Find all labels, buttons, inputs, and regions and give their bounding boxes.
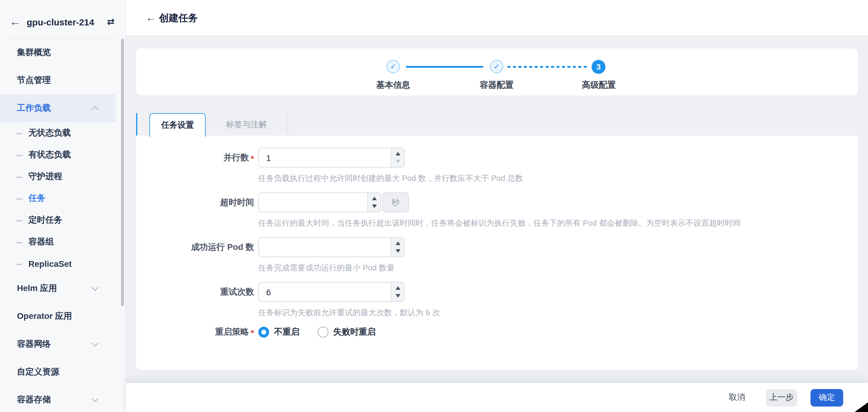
sidebar-item-label: Operator 应用 — [17, 311, 72, 322]
field-help-text: 任务完成需要成功运行的最小 Pod 数量 — [258, 263, 858, 273]
sidebar-item-statefulsets[interactable]: 有状态负载 — [0, 144, 116, 166]
number-stepper[interactable] — [367, 193, 380, 212]
required-asterisk: * — [251, 153, 254, 163]
completions-input-field[interactable] — [259, 238, 404, 257]
unit-addon-seconds: 秒 — [382, 193, 409, 212]
sidebar-item-label: 容器存储 — [17, 394, 51, 405]
back-icon[interactable]: ← — [10, 16, 21, 28]
main-area: ← 创建任务 ✓ ✓ 3 基本信息 容器配置 高级配置 任务设置 标签与注解 — [126, 0, 868, 412]
chevron-down-icon — [92, 395, 99, 402]
switch-cluster-icon[interactable]: ⇄ — [107, 16, 115, 27]
sidebar-item-cronjobs[interactable]: 定时任务 — [0, 209, 116, 231]
completions-input[interactable] — [258, 237, 405, 257]
sidebar-item-cluster-overview[interactable]: 集群概览 — [0, 39, 116, 66]
sidebar-item-label: 节点管理 — [17, 75, 51, 86]
radio-label: 不重启 — [274, 327, 300, 337]
retry-input-field[interactable] — [259, 283, 404, 301]
sidebar-item-operator-apps[interactable]: Operator 应用 — [0, 302, 116, 330]
stepper-card: ✓ ✓ 3 基本信息 容器配置 高级配置 — [136, 49, 858, 96]
radio-option-restart-on-failure[interactable]: 失败时重启 — [317, 327, 376, 337]
wizard-stepper: ✓ ✓ 3 基本信息 容器配置 高级配置 — [136, 49, 858, 96]
wizard-footer: 取消 上一步 确定 — [126, 383, 868, 412]
sidebar-item-label: Helm 应用 — [17, 283, 57, 294]
check-icon: ✓ — [390, 62, 396, 71]
form-card: 并行数 * 任务负载执行过程中允许同时创建的最大 Pod 数，并行 — [136, 136, 858, 370]
sidebar-item-pods[interactable]: 容器组 — [0, 231, 116, 253]
field-label: 重试次数 — [220, 287, 254, 297]
stepper-up-icon[interactable] — [395, 286, 400, 290]
cancel-button[interactable]: 取消 — [729, 392, 745, 403]
timeout-input-field[interactable] — [259, 193, 380, 212]
app-window: ← gpu-cluster-214 ⇄ 集群概览 节点管理 工作负载 无状态负载… — [0, 0, 868, 412]
sidebar-item-jobs[interactable]: 任务 — [0, 187, 116, 209]
retry-input[interactable] — [258, 282, 405, 302]
sidebar-item-replicaset[interactable]: ReplicaSet — [0, 253, 116, 275]
number-stepper[interactable] — [391, 148, 404, 167]
radio-option-never-restart[interactable]: 不重启 — [258, 327, 300, 337]
step-3-label: 高级配置 — [578, 80, 620, 91]
stepper-up-icon[interactable] — [395, 241, 400, 245]
sidebar-item-label: 工作负载 — [17, 103, 51, 114]
stepper-up-icon[interactable] — [372, 197, 376, 200]
sidebar-item-custom-resources[interactable]: 自定义资源 — [0, 358, 116, 386]
sidebar-item-label: 自定义资源 — [17, 366, 59, 378]
field-label: 成功运行 Pod 数 — [191, 242, 254, 253]
page-title: 创建任务 — [159, 12, 198, 25]
sidebar-item-label: ReplicaSet — [28, 259, 72, 269]
field-help-text: 任务运行的最大时间，当任务执行超出该时间时，任务将会被标识为执行失败，任务下的所… — [258, 218, 858, 229]
field-label: 并行数 — [223, 152, 249, 163]
sidebar-item-workloads[interactable]: 工作负载 — [0, 94, 116, 122]
step-connector-solid — [406, 66, 483, 68]
tab-job-settings[interactable]: 任务设置 — [149, 113, 206, 137]
sidebar-item-label: 集群概览 — [17, 47, 51, 58]
back-icon[interactable]: ← — [146, 12, 156, 24]
stepper-down-icon[interactable] — [372, 205, 376, 208]
previous-step-button[interactable]: 上一步 — [766, 389, 797, 406]
sidebar-item-label: 容器组 — [28, 237, 54, 247]
sidebar-item-helm-apps[interactable]: Helm 应用 — [0, 275, 116, 302]
sidebar-header: ← gpu-cluster-214 ⇄ — [0, 0, 125, 38]
sidebar-item-node-management[interactable]: 节点管理 — [0, 66, 116, 94]
sidebar-item-container-storage[interactable]: 容器存储 — [0, 386, 116, 412]
sidebar-scrollbar[interactable] — [121, 39, 124, 306]
form-group-parallelism: 并行数 * 任务负载执行过程中允许同时创建的最大 Pod 数，并行 — [136, 148, 858, 184]
sidebar-item-label: 无状态负载 — [28, 128, 71, 139]
chevron-up-icon — [92, 106, 99, 113]
confirm-button[interactable]: 确定 — [810, 389, 843, 406]
parallelism-input-field[interactable] — [259, 148, 404, 167]
stepper-up-icon[interactable] — [395, 152, 400, 155]
step-2-check-icon: ✓ — [490, 60, 503, 73]
number-stepper[interactable] — [391, 238, 404, 257]
step-1-check-icon: ✓ — [386, 60, 400, 73]
sidebar-menu: 集群概览 节点管理 工作负载 无状态负载 有状态负载 守护进程 任务 定时任务 … — [0, 39, 126, 412]
step-3-badge: 3 — [592, 60, 606, 74]
sidebar-item-label: 容器网络 — [17, 339, 51, 350]
parallelism-input[interactable] — [258, 148, 405, 168]
stepper-down-icon[interactable] — [395, 249, 400, 253]
mouse-cursor — [855, 402, 868, 412]
number-stepper[interactable] — [391, 283, 404, 301]
tab-labels-annotations[interactable]: 标签与注解 — [206, 113, 288, 136]
chevron-down-icon — [92, 340, 99, 347]
check-icon: ✓ — [494, 62, 500, 71]
radio-selected-icon[interactable] — [258, 327, 269, 337]
form-group-backoff-limit: 重试次数 任务标识为失败前允许重试的最大次数，默认为 6 次 — [136, 282, 858, 318]
field-help-text: 任务负载执行过程中允许同时创建的最大 Pod 数，并行数应不大于 Pod 总数 — [258, 173, 858, 184]
sidebar-item-label: 有状态负载 — [28, 149, 71, 160]
field-help-text: 任务标识为失败前允许重试的最大次数，默认为 6 次 — [258, 307, 858, 318]
sidebar-item-daemonsets[interactable]: 守护进程 — [0, 166, 116, 187]
cluster-title: gpu-cluster-214 — [27, 17, 94, 27]
stepper-down-icon[interactable] — [395, 294, 400, 298]
timeout-input[interactable] — [258, 193, 381, 212]
field-label: 重启策略 — [215, 327, 249, 337]
required-asterisk: * — [251, 328, 254, 337]
step-connector-dashed — [507, 66, 587, 68]
form-group-timeout: 超时时间 秒 任务运行的最大时间，当任务执行超出该时间时，任务将会 — [136, 193, 858, 229]
sidebar-item-container-network[interactable]: 容器网络 — [0, 330, 116, 358]
sidebar-item-deployments[interactable]: 无状态负载 — [0, 122, 116, 144]
radio-unselected-icon[interactable] — [317, 327, 329, 337]
stepper-down-icon[interactable] — [395, 160, 400, 163]
sidebar-item-label: 任务 — [28, 193, 45, 204]
chevron-down-icon — [92, 284, 99, 291]
sidebar: ← gpu-cluster-214 ⇄ 集群概览 节点管理 工作负载 无状态负载… — [0, 0, 126, 412]
